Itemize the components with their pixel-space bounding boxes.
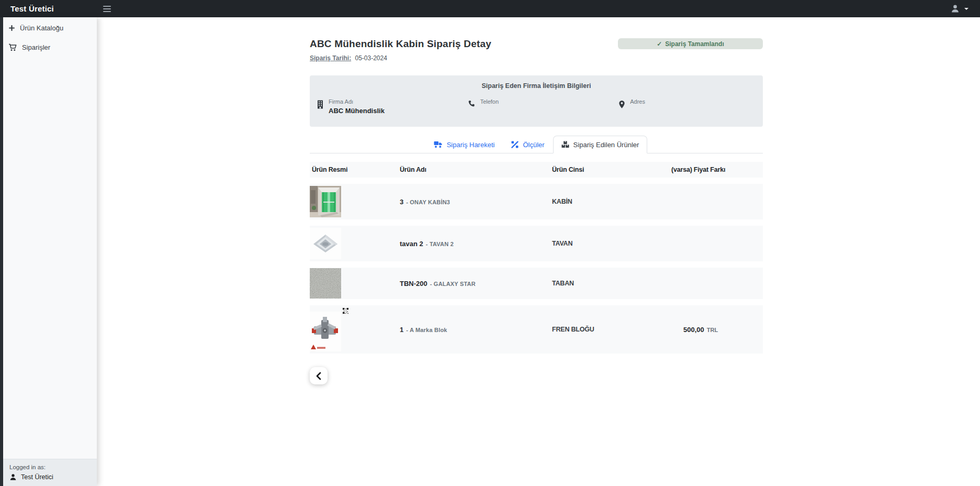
chevron-left-icon (316, 372, 322, 380)
field-value (480, 107, 499, 115)
check-icon: ✓ (657, 40, 662, 48)
tab-label: Ölçüler (523, 141, 544, 149)
sidebar-footer: Logged in as: Test Üretici (3, 459, 97, 486)
current-user: Test Üretici (9, 473, 91, 481)
contact-field-firma-adi: Firma Adı ABC Mühendislik (310, 98, 461, 115)
person-icon (9, 473, 17, 481)
product-subname: - TAVAN 2 (426, 241, 454, 247)
sidebar-item-siparisler[interactable]: Siparişler (3, 38, 97, 57)
column-header: (varsa) Fiyat Farkı (671, 166, 763, 173)
contact-field-telefon: Telefon (461, 98, 612, 115)
column-header: Ürün Cinsi (552, 166, 671, 173)
sidebar: Ürün Kataloğu Siparişler Logged in as: T… (3, 17, 97, 486)
brake-block-image (310, 307, 349, 351)
product-type: TABAN (552, 280, 671, 287)
boxes-icon (561, 141, 569, 148)
product-name: TBN-200 (400, 280, 427, 288)
order-date-value: 05-03-2024 (355, 54, 387, 62)
price-currency: TRL (707, 327, 718, 333)
main-content: ABC Mühendislik Kabin Sipariş Detay Sipa… (97, 17, 980, 486)
product-type: FREN BLOĞU (552, 326, 671, 333)
product-name: 3 (400, 198, 403, 206)
back-button[interactable] (310, 367, 328, 384)
tabs: Sipariş Hareketi Ölçüler (310, 136, 763, 153)
tab-label: Sipariş Hareketi (447, 141, 495, 149)
table-row: 3 - ONAY KABİN3 KABİN (310, 184, 763, 219)
product-type: TAVAN (552, 240, 671, 247)
contact-field-adres: Adres (612, 98, 763, 115)
tab-olculer[interactable]: Ölçüler (503, 136, 553, 153)
truck-icon (434, 141, 443, 148)
field-value: ABC Mühendislik (329, 107, 385, 115)
contact-panel-title: Sipariş Eden Firma İletişim Bilgileri (310, 82, 763, 90)
order-date-label: Sipariş Tarihi: (310, 54, 351, 62)
elevator-cabin-image (310, 186, 341, 217)
product-name: tavan 2 (400, 240, 423, 248)
bars-icon (103, 6, 111, 12)
logged-in-label: Logged in as: (9, 464, 91, 470)
location-pin-icon (618, 100, 625, 109)
status-badge: ✓ Sipariş Tamamlandı (618, 38, 763, 49)
page-title: ABC Mühendislik Kabin Sipariş Detay (310, 38, 491, 50)
table-header-row: Ürün Resmi Ürün Adı Ürün Cinsi (varsa) F… (310, 162, 763, 178)
plus-icon (8, 25, 15, 31)
field-label: Firma Adı (329, 98, 385, 105)
sidebar-item-label: Siparişler (22, 43, 50, 51)
table-row: 1 - A Marka Blok FREN BLOĞU 500,00 TRL (310, 305, 763, 354)
chevron-down-icon (964, 8, 968, 10)
product-subname: - A Marka Blok (406, 327, 447, 333)
cart-icon (8, 43, 17, 51)
app-brand[interactable]: Test Üretici (0, 4, 97, 13)
building-icon (317, 100, 324, 109)
user-menu[interactable] (951, 4, 968, 13)
contact-panel: Sipariş Eden Firma İletişim Bilgileri Fi… (310, 75, 763, 127)
field-label: Telefon (480, 98, 499, 105)
price-value: 500,00 (683, 326, 704, 334)
top-navbar: Test Üretici (0, 0, 980, 17)
granite-texture-image (310, 268, 341, 299)
sidebar-toggle-button[interactable] (100, 1, 114, 17)
product-subname: - ONAY KABİN3 (406, 199, 450, 205)
column-header: Ürün Resmi (310, 166, 400, 173)
table-row: TBN-200 - GALAXY STAR TABAN (310, 268, 763, 299)
product-type: KABİN (552, 198, 671, 205)
column-header: Ürün Adı (400, 166, 552, 173)
tab-siparis-edilen-urunler[interactable]: Sipariş Edilen Ürünler (553, 136, 648, 153)
sidebar-item-urun-katalogu[interactable]: Ürün Kataloğu (3, 18, 97, 38)
ceiling-panel-image (310, 228, 341, 259)
current-user-name: Test Üretici (21, 473, 53, 481)
products-table: Ürün Resmi Ürün Adı Ürün Cinsi (varsa) F… (310, 162, 763, 354)
field-value (630, 107, 645, 115)
phone-icon (468, 100, 476, 108)
ruler-icon (511, 141, 519, 148)
tab-siparis-hareketi[interactable]: Sipariş Hareketi (425, 136, 503, 153)
product-subname: - GALAXY STAR (430, 281, 476, 287)
sidebar-item-label: Ürün Kataloğu (20, 24, 63, 32)
person-icon (951, 4, 960, 13)
tab-label: Sipariş Edilen Ürünler (573, 141, 639, 149)
product-name: 1 (400, 326, 403, 334)
field-label: Adres (630, 98, 645, 105)
table-row: tavan 2 - TAVAN 2 TAVAN (310, 226, 763, 261)
qr-code (342, 307, 349, 314)
status-badge-label: Sipariş Tamamlandı (665, 40, 724, 48)
